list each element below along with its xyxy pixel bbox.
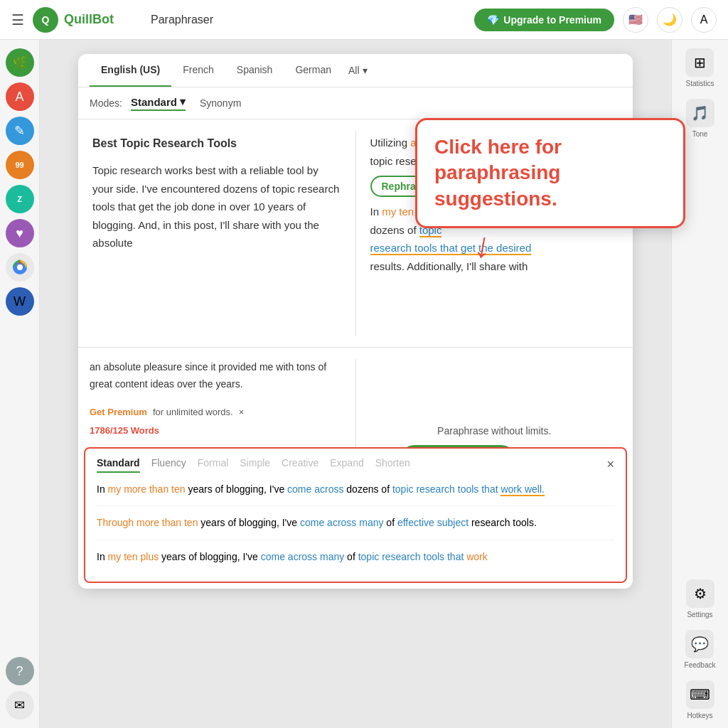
dark-mode-btn[interactable]: 🌙 [657,7,682,33]
hamburger-icon[interactable]: ☰ [11,11,24,28]
sidebar-item-feedback[interactable]: 💬 Feedback [685,630,716,669]
modes-popup: Standard Fluency Formal Simple Creative … [84,447,627,583]
tab-english[interactable]: English (US) [90,54,171,87]
upgrade-button[interactable]: 💎 Upgrade to Premium [474,9,614,31]
sidebar-item-home[interactable]: 🌿 [6,48,34,77]
synonym-button[interactable]: Synonym [194,95,247,112]
chevron-down-icon: ▾ [363,65,368,76]
word-count-display: 1786/125 Words [90,423,344,439]
get-premium-link[interactable]: Get Premium [90,405,147,420]
feedback-label: Feedback [685,661,716,669]
sidebar-item-chrome[interactable] [6,253,34,282]
suggestions-list: In my more than ten years of blogging, I… [97,481,614,573]
topbar: ☰ Q QuillBot Paraphraser 💎 Upgrade to Pr… [0,0,728,40]
sidebar-item-statistics[interactable]: ⊞ Statistics [685,48,714,87]
logo-icon: Q [33,7,58,33]
topbar-right: 💎 Upgrade to Premium 🇺🇸 🌙 A [474,7,717,33]
suggestion-item-2[interactable]: Through more than ten years of blogging,… [97,515,614,540]
paraphrase-notice: Paraphrase without limits. [437,425,551,437]
sidebar-item-word[interactable]: W [6,287,34,316]
logo: Q QuillBot [33,7,114,33]
tone-label: Tone [692,130,708,138]
sidebar-item-email[interactable]: ✉ [6,691,34,719]
sidebar-item-tone[interactable]: 🎵 Tone [686,99,714,138]
text-heading: Best Topic Research Tools [92,134,341,153]
mode-tab-creative[interactable]: Creative [282,457,318,473]
suggestion-item-1[interactable]: In my more than ten years of blogging, I… [97,481,614,506]
input-text-body: Topic research works best with a reliabl… [92,161,341,252]
callout-box: Click here for paraphrasing suggestions.… [415,118,685,228]
sidebar-item-grammar[interactable]: A [6,82,34,111]
mode-tab-expand[interactable]: Expand [330,457,363,473]
language-tabs: English (US) French Spanish German All ▾ [78,54,633,87]
logo-text: QuillBot [64,12,114,27]
sidebar-item-translator[interactable]: Z [6,185,34,213]
font-size-btn[interactable]: A [691,7,717,33]
mode-tab-fluency[interactable]: Fluency [151,457,186,473]
feedback-icon: 💬 [685,630,714,658]
sidebar-item-paraphraser[interactable]: ✎ [6,117,34,145]
settings-icon: ⚙ [686,579,714,608]
statistics-label: Statistics [685,80,714,87]
modes-tabs: Standard Fluency Formal Simple Creative … [97,457,410,473]
mode-tab-standard[interactable]: Standard [97,457,140,473]
mode-tab-simple[interactable]: Simple [240,457,270,473]
flag-icon-btn[interactable]: 🇺🇸 [623,7,648,33]
mode-bar: Modes: Standard ▾ Synonym [78,87,633,119]
sidebar-item-settings[interactable]: ⚙ Settings [686,579,714,619]
bottom-word-notice: Get Premium for unlimited words. × [90,405,344,420]
svg-point-1 [17,264,23,270]
hotkeys-icon: ⌨ [686,680,714,709]
sidebar-item-summarizer[interactable]: 99 [6,151,34,179]
sidebar-item-cowriter[interactable]: ♥ [6,219,34,247]
settings-label: Settings [687,611,712,619]
dropdown-arrow-icon: ▾ [180,95,186,108]
tab-french[interactable]: French [171,54,225,87]
modes-popup-header: Standard Fluency Formal Simple Creative … [97,457,614,473]
input-text-col[interactable]: Best Topic Research Tools Topic research… [78,119,355,347]
diamond-icon: 💎 [487,14,499,26]
notice-close-icon[interactable]: × [239,405,245,420]
tone-icon: 🎵 [686,99,714,127]
left-sidebar: 🌿 A ✎ 99 Z ♥ W ? ✉ [0,40,40,728]
mode-tab-shorten[interactable]: Shorten [375,457,410,473]
page-title: Paraphraser [151,14,213,26]
hotkeys-label: Hotkeys [687,712,712,719]
suggestion-item-3[interactable]: In my ten plus years of blogging, I've c… [97,549,614,573]
mode-tab-formal[interactable]: Formal [198,457,229,473]
tab-spanish[interactable]: Spanish [225,54,284,87]
tab-german[interactable]: German [284,54,343,87]
tab-all[interactable]: All ▾ [343,55,373,86]
sidebar-item-hotkeys[interactable]: ⌨ Hotkeys [686,680,714,719]
sidebar-item-help[interactable]: ? [6,657,34,685]
modes-label: Modes: [90,97,122,109]
statistics-icon: ⊞ [685,48,714,77]
popup-close-button[interactable]: × [606,457,614,472]
mode-dropdown[interactable]: Standard ▾ [131,95,186,111]
main-content: English (US) French Spanish German All ▾… [40,40,671,728]
